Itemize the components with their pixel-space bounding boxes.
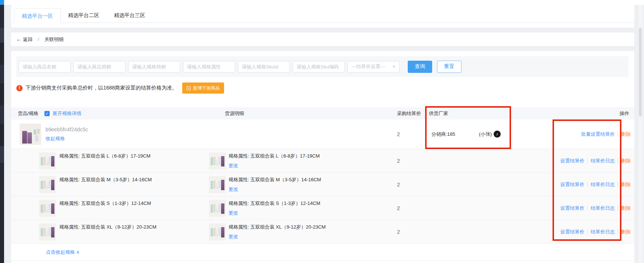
set-price-link[interactable]: 设置结算价	[557, 182, 587, 187]
expand-specs-checkbox[interactable]: ✓	[44, 111, 50, 116]
filter-input[interactable]	[128, 61, 180, 73]
source-spec-attribute: 规格属性: 五双组合装 S（1-3岁）12-14CM	[228, 200, 320, 207]
notice-text: 下游分销商支付采购单总价时，以1688商家设置的结算价格为准。	[26, 85, 177, 91]
spec-thumbnail	[39, 176, 56, 193]
reset-button[interactable]: 重置	[437, 61, 461, 73]
spec-attribute: 规格属性: 五双组合装 S（1-3岁）12-14CM	[59, 200, 151, 207]
header-purchase-price: 采购结算价	[393, 110, 426, 117]
breadcrumb-separator: /	[38, 37, 39, 42]
spec-row: 规格属性: 五双组合装 L（6-8岁）17-19CM 规格属性: 五双组合装 L…	[11, 149, 634, 173]
source-spec-attribute: 规格属性: 五双组合装 XL（9-12岁）20-23CM	[228, 224, 326, 230]
header-product: 货品/规格	[18, 110, 39, 117]
filter-input[interactable]	[183, 61, 235, 73]
back-arrow-icon: ←	[16, 36, 21, 42]
spec-row: 规格属性: 五双组合装 S（1-3岁）12-14CM 规格属性: 五双组合装 S…	[11, 196, 634, 220]
change-source-link[interactable]: 更改	[228, 233, 326, 240]
delete-product-link[interactable]: 删除	[618, 131, 631, 137]
breadcrumb-current: 关联明细	[44, 36, 64, 43]
price-log-link[interactable]: 结算价日志	[587, 205, 618, 211]
purchase-price-value: 2	[393, 131, 426, 137]
set-price-link[interactable]: 设置结算价	[557, 158, 587, 163]
spec-attribute: 规格属性: 五双组合装 XL（9-12岁）20-23CM	[59, 224, 156, 230]
source-spec-attribute: 规格属性: 五双组合装 L（6-8岁）17-19CM	[228, 153, 320, 159]
source-spec-attribute: 规格属性: 五双组合装 M（3-5岁）14-16CM	[228, 176, 321, 183]
tabs-card: 精选平台一区精选平台二区精选平台三区	[11, 5, 634, 28]
delete-spec-link[interactable]: 删除	[618, 205, 631, 211]
table-footer-row: 点击收起规格 ∧	[11, 244, 634, 261]
spec-thumbnail	[39, 200, 56, 217]
source-thumbnail	[209, 176, 226, 193]
header-action: 操作	[515, 110, 634, 117]
price-log-link[interactable]: 结算价日志	[587, 158, 618, 163]
delete-spec-link[interactable]: 删除	[618, 182, 631, 187]
delete-spec-link[interactable]: 删除	[618, 158, 631, 163]
filter-input[interactable]	[19, 61, 71, 73]
filter-panel: ---结算价设置--- ▼ 查询 重置	[16, 56, 628, 77]
collapse-specs-footer-link[interactable]: 点击收起规格 ∧	[46, 249, 80, 255]
top-strip	[0, 0, 644, 5]
source-thumbnail	[209, 152, 226, 169]
set-price-link[interactable]: 设置结算价	[557, 229, 587, 235]
query-button[interactable]: 查询	[408, 61, 432, 73]
purchase-price-value: 2	[393, 182, 426, 188]
batch-set-price-link[interactable]: 批量设置结算价	[578, 131, 618, 137]
source-thumbnail	[209, 200, 226, 217]
source-thumbnail	[209, 223, 226, 240]
purchase-price-value: 2	[393, 205, 426, 211]
table-header-row: 货品/规格 ✓ 展开规格详情 货源明细 采购结算价 供货厂家 操作	[11, 107, 634, 119]
spec-attribute: 规格属性: 五双组合装 M（3-5岁）14-16CM	[59, 176, 152, 183]
product-id: b9eeb5fc4f24dc5c	[46, 127, 88, 132]
filter-input[interactable]	[293, 61, 345, 73]
platform-tab[interactable]: 精选平台一区	[14, 8, 61, 23]
filter-input[interactable]	[238, 61, 290, 73]
spec-thumbnail	[39, 152, 56, 169]
platform-tab[interactable]: 精选平台二区	[61, 8, 107, 23]
price-log-link[interactable]: 结算价日志	[587, 229, 618, 235]
spec-row: 规格属性: 五双组合装 M（3-5岁）14-16CM 规格属性: 五双组合装 M…	[11, 173, 634, 196]
spec-thumbnail	[39, 223, 56, 240]
collapsed-sidebar[interactable]	[0, 5, 4, 263]
breadcrumb: ←返回 / 关联明细	[11, 33, 634, 46]
product-table: 货品/规格 ✓ 展开规格详情 货源明细 采购结算价 供货厂家 操作 b9eeb5…	[11, 107, 634, 261]
collapse-specs-link[interactable]: 收起规格	[46, 135, 88, 142]
product-row: b9eeb5fc4f24dc5c 收起规格 2 分销商:185 (小张) ♪ 批…	[11, 119, 634, 149]
tiktok-icon: ♪	[494, 131, 501, 138]
alert-icon: !	[16, 85, 23, 91]
settlement-price-select[interactable]: ---结算价设置--- ▼	[347, 61, 400, 73]
main-card: ---结算价设置--- ▼ 查询 重置 ! 下游分销商支付采购单总价时，以168…	[11, 51, 634, 263]
sidebar-logo-block	[0, 0, 4, 5]
back-button[interactable]: ←返回	[16, 36, 33, 43]
supplier-name: (小张)	[479, 131, 492, 138]
select-placeholder: ---结算价设置---	[351, 63, 385, 70]
change-source-link[interactable]: 更改	[228, 186, 321, 193]
price-log-link[interactable]: 结算价日志	[587, 182, 618, 187]
product-thumbnail	[20, 124, 41, 145]
add-downstream-product-button[interactable]: + 新增下游商品	[182, 82, 224, 94]
scrollbar[interactable]	[638, 5, 642, 263]
supplier-text: 分销商:185	[431, 131, 455, 138]
header-source: 货源明细	[207, 110, 393, 117]
tab-bar: 精选平台一区精选平台二区精选平台三区	[11, 5, 634, 23]
add-document-icon: +	[187, 86, 191, 90]
purchase-price-value: 2	[393, 158, 426, 164]
purchase-price-value: 2	[393, 229, 426, 235]
delete-spec-link[interactable]: 删除	[618, 229, 631, 235]
set-price-link[interactable]: 设置结算价	[557, 205, 587, 211]
header-supplier: 供货厂家	[426, 110, 515, 117]
spec-row: 规格属性: 五双组合装 XL（9-12岁）20-23CM 规格属性: 五双组合装…	[11, 220, 634, 244]
expand-specs-label[interactable]: 展开规格详情	[53, 110, 81, 117]
change-source-link[interactable]: 更改	[228, 210, 320, 216]
change-source-link[interactable]: 更改	[228, 162, 320, 169]
filter-input[interactable]	[73, 61, 126, 73]
supplier-cell: 分销商:185 (小张) ♪	[426, 131, 515, 138]
notice-row: ! 下游分销商支付采购单总价时，以1688商家设置的结算价格为准。 + 新增下游…	[16, 82, 224, 94]
masked-phone	[455, 131, 479, 137]
chevron-down-icon: ▼	[392, 65, 396, 68]
spec-attribute: 规格属性: 五双组合装 L（6-8岁）17-19CM	[59, 153, 150, 159]
platform-tab[interactable]: 精选平台三区	[107, 8, 153, 23]
scrollbar-thumb[interactable]	[639, 28, 642, 117]
